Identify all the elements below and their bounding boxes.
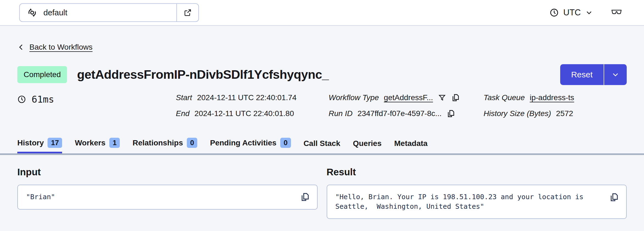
input-box: "Brian" (17, 185, 318, 210)
workflow-type-copy-button[interactable] (451, 93, 460, 102)
reset-button[interactable]: Reset (560, 64, 604, 85)
namespace-selector[interactable]: default (19, 3, 199, 22)
labs-mode-button[interactable] (610, 8, 623, 17)
reset-split-button: Reset (560, 64, 627, 85)
glasses-icon (610, 8, 623, 17)
clock-icon (549, 8, 559, 17)
input-heading: Input (17, 167, 318, 178)
start-value: 2024-12-11 UTC 22:40:01.74 (197, 93, 296, 102)
top-bar-actions: UTC (549, 8, 623, 18)
workflow-title: getAddressFromIP-nDivbSDlf1Ycfshyqync_ (77, 67, 560, 82)
task-queue-link[interactable]: ip-address-ts (530, 93, 574, 102)
namespace-name: default (43, 8, 67, 17)
tab-history[interactable]: History 17 (17, 138, 62, 153)
chevron-left-icon (17, 43, 25, 51)
tab-relationships[interactable]: Relationships 0 (132, 138, 197, 153)
input-value: "Brian" (26, 192, 55, 202)
back-link-label: Back to Workflows (29, 43, 93, 52)
namespace-current[interactable]: default (20, 4, 176, 21)
run-id-label: Run ID (329, 109, 352, 118)
workflow-type-link[interactable]: getAddressF... (384, 93, 433, 102)
run-id-value: 2347ffd7-f07e-4597-8c... (357, 109, 442, 118)
tab-count-badge: 17 (48, 138, 62, 148)
tab-label: Queries (353, 139, 381, 148)
workflow-type-label: Workflow Type (329, 93, 379, 102)
input-copy-button[interactable] (300, 192, 310, 202)
back-to-workflows-link[interactable]: Back to Workflows (17, 43, 93, 52)
tab-call-stack[interactable]: Call Stack (304, 139, 340, 153)
meta-task-queue: Task Queue ip-address-ts (484, 93, 627, 102)
run-id-copy-button[interactable] (446, 109, 455, 118)
end-label: End (176, 109, 190, 118)
top-bar: default UTC (0, 0, 644, 26)
start-label: Start (176, 93, 192, 102)
tab-label: Call Stack (304, 139, 340, 148)
tab-count-badge: 1 (109, 138, 120, 148)
tab-count-badge: 0 (187, 138, 197, 148)
meta-workflow-type: Workflow Type getAddressF... (329, 93, 484, 102)
copy-icon (300, 192, 310, 202)
history-size-value: 2572 (556, 109, 573, 118)
tab-queries[interactable]: Queries (353, 139, 381, 153)
chevron-down-icon (585, 9, 593, 16)
result-value: "Hello, Brian. Your IP is 198.51.100.23 … (335, 193, 588, 210)
external-link-icon (184, 9, 192, 17)
result-box: "Hello, Brian. Your IP is 198.51.100.23 … (327, 185, 627, 219)
namespace-external-link-button[interactable] (176, 4, 198, 21)
tab-label: Relationships (132, 139, 183, 147)
timezone-dropdown[interactable]: UTC (549, 8, 593, 18)
meta-end: End 2024-12-11 UTC 22:40:01.80 (176, 109, 329, 118)
namespace-icon (27, 7, 37, 18)
tabs-divider (0, 153, 644, 155)
end-value: 2024-12-11 UTC 22:40:01.80 (195, 109, 294, 118)
tab-workers[interactable]: Workers 1 (75, 138, 120, 153)
tab-label: Workers (75, 139, 106, 147)
meta-run-id: Run ID 2347ffd7-f07e-4597-8c... (329, 109, 484, 118)
workflow-type-filter-button[interactable] (438, 94, 446, 102)
result-copy-button[interactable] (609, 192, 619, 202)
meta-history-size: History Size (Bytes) 2572 (484, 109, 627, 118)
workflow-detail-page: Back to Workflows Completed getAddressFr… (0, 26, 644, 231)
tab-label: Metadata (394, 139, 428, 148)
meta-start: Start 2024-12-11 UTC 22:40:01.74 (176, 93, 329, 102)
reset-menu-button[interactable] (604, 64, 627, 85)
status-badge: Completed (17, 66, 67, 83)
workflow-tabs: History 17 Workers 1 Relationships 0 Pen… (17, 138, 627, 153)
input-result-section: Input "Brian" Result "Hello, Brian. Your… (17, 167, 627, 219)
result-column: Result "Hello, Brian. Your IP is 198.51.… (327, 167, 627, 219)
task-queue-label: Task Queue (484, 93, 525, 102)
tab-label: Pending Activities (210, 139, 276, 147)
tab-count-badge: 0 (280, 138, 291, 148)
tab-pending-activities[interactable]: Pending Activities 0 (210, 138, 291, 153)
history-size-label: History Size (Bytes) (484, 109, 551, 118)
input-column: Input "Brian" (17, 167, 318, 219)
filter-icon (438, 94, 446, 102)
copy-icon (451, 93, 460, 102)
workflow-title-row: Completed getAddressFromIP-nDivbSDlf1Ycf… (17, 64, 627, 85)
workflow-meta: 61ms Start 2024-12-11 UTC 22:40:01.74 Wo… (17, 93, 627, 125)
result-heading: Result (327, 167, 627, 178)
meta-grid: Start 2024-12-11 UTC 22:40:01.74 Workflo… (176, 93, 627, 118)
timezone-label: UTC (563, 8, 581, 18)
copy-icon (446, 109, 455, 118)
chevron-down-icon (611, 71, 620, 79)
clock-icon (17, 95, 26, 104)
tab-metadata[interactable]: Metadata (394, 139, 428, 153)
copy-icon (609, 192, 619, 202)
duration-value: 61ms (32, 94, 54, 105)
workflow-duration: 61ms (17, 94, 54, 105)
tab-label: History (17, 139, 44, 147)
